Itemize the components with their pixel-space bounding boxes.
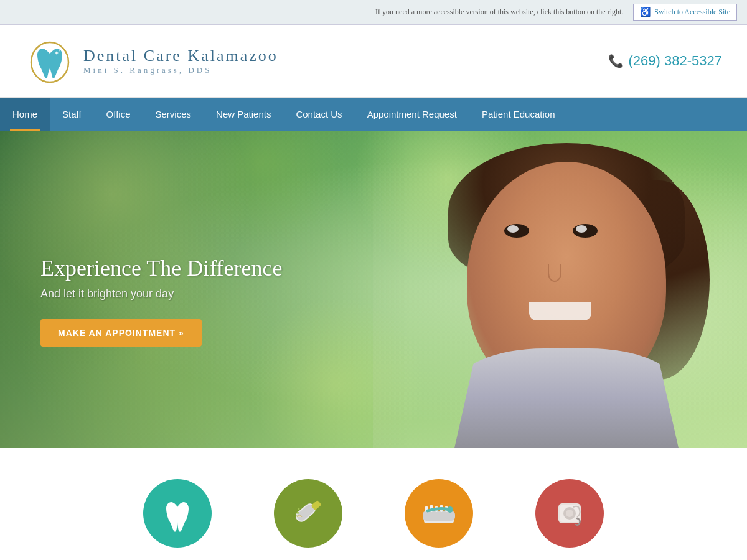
accessibility-message: If you need a more accessible version of… [375, 7, 623, 17]
nav-item-staff[interactable]: Staff [50, 98, 94, 131]
top-bar: If you need a more accessible version of… [0, 0, 747, 25]
tooth-icon-circle [143, 479, 212, 548]
phone-area: 📞 (269) 382-5327 [608, 53, 722, 69]
logo-area: Dental Care Kalamazoo Mini S. Rangrass, … [25, 36, 278, 86]
toothpaste-icon-circle [274, 479, 342, 548]
accessible-site-label: Switch to Accessible Site [654, 7, 730, 17]
hero-content: Experience The Difference And let it bri… [40, 255, 282, 347]
svg-point-12 [447, 506, 453, 513]
site-tagline: Mini S. Rangrass, DDS [83, 65, 278, 75]
nav-item-patient-education[interactable]: Patient Education [469, 98, 568, 131]
toothpaste-icon [289, 495, 327, 532]
person-face [436, 143, 697, 448]
appointment-button[interactable]: MAKE AN APPOINTMENT » [40, 319, 202, 347]
toothbrush-icon [419, 493, 459, 533]
icon-item-tooth[interactable] [143, 479, 212, 548]
tooth-icon [159, 495, 196, 532]
icon-item-toothbrush[interactable] [405, 479, 473, 548]
icon-item-floss[interactable] [535, 479, 604, 548]
nav-item-contact[interactable]: Contact Us [283, 98, 354, 131]
site-header: Dental Care Kalamazoo Mini S. Rangrass, … [0, 25, 747, 98]
main-nav: Home Staff Office Services New Patients … [0, 98, 747, 131]
icons-section [0, 448, 747, 560]
nav-item-appointment[interactable]: Appointment Request [355, 98, 469, 131]
nav-item-home[interactable]: Home [0, 98, 50, 131]
site-name: Dental Care Kalamazoo [83, 47, 278, 65]
logo-text: Dental Care Kalamazoo Mini S. Rangrass, … [83, 47, 278, 75]
nav-item-new-patients[interactable]: New Patients [204, 98, 283, 131]
hero-subtitle: And let it brighten your day [40, 287, 282, 301]
phone-number[interactable]: (269) 382-5327 [629, 53, 722, 69]
toothbrush-icon-circle [405, 479, 473, 548]
nav-item-office[interactable]: Office [94, 98, 143, 131]
phone-icon: 📞 [608, 54, 624, 68]
hero-person [374, 131, 747, 448]
svg-point-16 [566, 510, 573, 517]
logo-icon [25, 36, 75, 86]
floss-icon [551, 495, 588, 532]
hero-title: Experience The Difference [40, 255, 282, 281]
accessible-site-link[interactable]: ♿ Switch to Accessible Site [633, 4, 737, 21]
floss-icon-circle [535, 479, 604, 548]
hero-section: Experience The Difference And let it bri… [0, 131, 747, 448]
nav-item-services[interactable]: Services [143, 98, 204, 131]
icon-item-toothpaste[interactable] [274, 479, 342, 548]
wheelchair-icon: ♿ [640, 7, 651, 17]
